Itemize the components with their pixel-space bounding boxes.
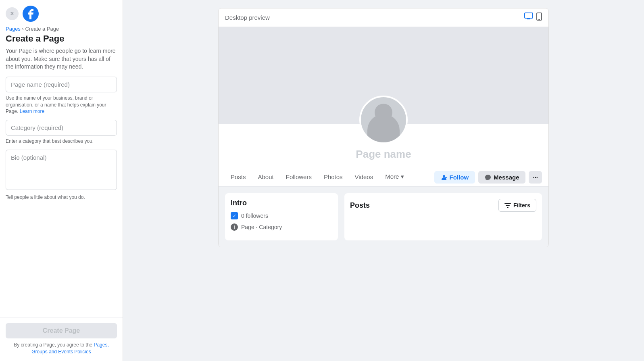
tab-about[interactable]: About (252, 169, 279, 186)
pages-link[interactable]: Pages (6, 26, 21, 32)
name-hint: Use the name of your business, brand or … (6, 95, 117, 115)
tab-more[interactable]: More ▾ (379, 168, 409, 186)
more-button[interactable]: ··· (529, 171, 542, 184)
posts-title: Posts (350, 201, 370, 210)
profile-pic-wrapper (359, 96, 408, 144)
follow-icon (441, 174, 447, 181)
left-header: × (0, 0, 123, 26)
page-category-item: i Page · Category (231, 223, 332, 231)
svg-rect-9 (506, 205, 510, 206)
follow-button[interactable]: Follow (434, 171, 475, 184)
mobile-icon[interactable] (536, 13, 542, 23)
followers-item: ✓ 0 followers (231, 212, 332, 219)
learn-more-link[interactable]: Learn more (20, 109, 44, 114)
page-title: Create a Page (0, 33, 123, 47)
form-area: Use the name of your business, brand or … (0, 77, 123, 317)
svg-rect-5 (538, 19, 540, 20)
category-input[interactable] (6, 120, 117, 136)
profile-picture (359, 96, 408, 144)
bio-input[interactable] (6, 150, 117, 190)
posts-header: Posts Filters (350, 199, 536, 212)
tab-posts[interactable]: Posts (225, 169, 252, 186)
page-name-input[interactable] (6, 77, 117, 92)
terms-text: By creating a Page, you agree to the Pag… (6, 342, 117, 355)
svg-rect-10 (507, 207, 509, 208)
bottom-area: Create Page By creating a Page, you agre… (0, 317, 123, 361)
tab-photos[interactable]: Photos (318, 169, 348, 186)
svg-rect-7 (446, 177, 446, 178)
info-icon: i (231, 223, 238, 231)
preview-title: Desktop preview (225, 14, 270, 21)
filters-button[interactable]: Filters (498, 199, 536, 212)
followers-count: 0 followers (241, 213, 268, 219)
message-icon (485, 174, 491, 181)
cover-photo (219, 27, 548, 124)
breadcrumb: Pages › Create a Page (0, 26, 123, 33)
right-panel: Desktop preview (123, 0, 644, 361)
svg-rect-2 (527, 19, 530, 19)
tab-videos[interactable]: Videos (349, 169, 379, 186)
preview-header: Desktop preview (219, 8, 548, 27)
page-description: Your Page is where people go to learn mo… (0, 47, 123, 77)
category-hint: Enter a category that best describes you… (6, 138, 117, 145)
close-icon: × (10, 10, 14, 17)
filters-icon (504, 202, 511, 208)
message-button[interactable]: Message (478, 171, 525, 184)
intro-title: Intro (231, 199, 332, 207)
left-panel: × Pages › Create a Page Create a Page Yo… (0, 0, 123, 361)
desktop-icon[interactable] (524, 13, 533, 23)
content-area: Intro ✓ 0 followers i Page · Category Po… (219, 187, 548, 247)
intro-box: Intro ✓ 0 followers i Page · Category (225, 193, 338, 240)
follow-label: Follow (450, 174, 469, 181)
page-category: Page · Category (241, 224, 282, 230)
tab-followers[interactable]: Followers (280, 169, 317, 186)
svg-rect-3 (528, 18, 529, 19)
more-label: ··· (533, 174, 538, 181)
message-label: Message (494, 174, 519, 181)
nav-actions: Follow Message ··· (434, 171, 542, 184)
avatar-head (375, 104, 392, 121)
bio-hint: Tell people a little about what you do. (6, 194, 117, 201)
create-page-button[interactable]: Create Page (6, 323, 117, 338)
posts-box: Posts Filters (344, 193, 542, 240)
checkbox-icon: ✓ (231, 212, 238, 219)
svg-rect-8 (504, 203, 511, 204)
preview-icons (524, 13, 542, 23)
nav-tabs: Posts About Followers Photos Videos More… (219, 168, 548, 187)
page-name-preview: Page name (219, 148, 548, 161)
svg-rect-1 (525, 13, 533, 18)
filters-label: Filters (513, 202, 530, 209)
preview-container: Desktop preview (218, 8, 549, 247)
close-button[interactable]: × (6, 7, 19, 20)
facebook-logo (23, 6, 39, 22)
